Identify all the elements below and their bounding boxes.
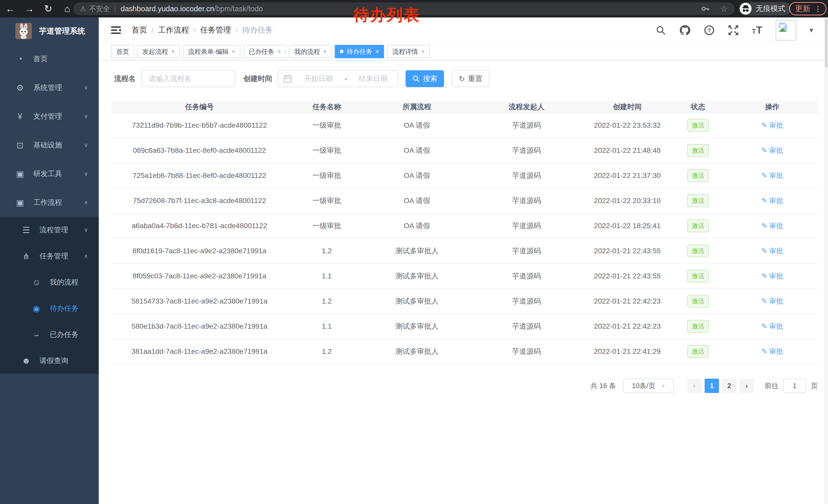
sidebar-item[interactable]: ⌣ 已办任务 [0,321,99,348]
approve-button[interactable]: ✎ 审批 [761,171,783,180]
sidebar-item[interactable]: ¥ 支付管理 ∨ [0,102,99,131]
view-tab[interactable]: 首页 × [111,45,134,58]
status-badge: 激活 [687,270,709,282]
approve-button[interactable]: ✎ 审批 [761,221,783,230]
prev-page-button[interactable]: ‹ [687,379,702,393]
search-button-label: 搜索 [423,74,437,84]
view-tab[interactable]: 我的流程 × [289,45,332,58]
view-tab[interactable]: 流程表单-编辑 × [183,45,240,58]
approve-button[interactable]: ✎ 审批 [761,146,783,155]
sidebar-item-label: 首页 [33,54,48,64]
starter-cell: 芋道源码 [468,321,585,331]
breadcrumb-item[interactable]: 首页 [132,25,147,35]
broken-image-icon [778,22,788,32]
app-logo-row[interactable]: 芋道管理系统 [0,17,99,45]
sidebar-item[interactable]: ▣ 研发工具 ∨ [0,159,99,188]
sidebar-item[interactable]: ⋔ 任务管理 ∧ [0,243,99,269]
font-size-icon[interactable]: TT [752,25,762,36]
view-tab[interactable]: 流程详情 × [387,45,430,58]
forward-icon[interactable]: → [24,3,35,14]
close-icon[interactable]: × [375,48,379,55]
chevron-icon: ∧ [84,253,88,260]
sidebar-item[interactable]: ☰ 流程管理 ∨ [0,217,99,243]
menu-dots-icon[interactable]: ⋮ [815,5,822,13]
sidebar: 芋道管理系统 ◔ 首页 ⚙ 系统管理 ∨ ¥ 支付管理 ∨ ⊡ 基 [0,17,99,504]
back-icon[interactable]: ← [5,3,16,14]
reset-button[interactable]: ↻ 重置 [452,70,489,87]
scrollbar-thumb[interactable] [825,19,827,68]
bookmark-star-icon[interactable]: ☆ [720,4,728,14]
list-icon: ☰ [20,225,32,235]
fullscreen-icon[interactable] [728,25,739,36]
refresh-icon: ↻ [459,75,465,83]
approve-button[interactable]: ✎ 审批 [761,347,783,356]
avatar[interactable] [776,20,796,41]
approve-button[interactable]: ✎ 审批 [761,322,783,331]
view-tab[interactable]: 发起流程 × [137,45,180,58]
home-icon[interactable]: ⌂ [61,3,73,14]
approve-label: 审批 [769,121,783,130]
hamburger-icon[interactable] [111,26,121,35]
view-tab[interactable]: 已办任务 × [243,45,286,58]
approve-label: 审批 [769,246,783,256]
sidebar-item[interactable]: ▣ 工作流程 ∧ [0,188,99,217]
approve-label: 审批 [769,196,783,205]
breadcrumb-item[interactable]: 待办任务 [231,25,273,35]
page-size-select[interactable]: 10条/页 ∨ [623,379,674,393]
sidebar-item[interactable]: ☻ 请假查询 [0,348,99,374]
task-name-cell: 一级审批 [288,146,366,155]
key-icon[interactable] [701,4,710,13]
top-navbar: 首页 工作流程 任务管理 待办任务 ? [99,17,828,43]
scrollbar[interactable] [824,17,828,504]
close-icon[interactable]: × [323,48,327,55]
reload-icon[interactable]: ↻ [43,3,54,14]
approve-button[interactable]: ✎ 审批 [761,246,783,256]
eye-icon: ◉ [31,304,42,314]
sidebar-item[interactable]: ◔ 首页 [0,45,99,73]
caret-down-icon[interactable]: ▾ [810,26,813,34]
approve-button[interactable]: ✎ 审批 [761,121,783,130]
close-icon[interactable]: × [421,48,424,55]
process-name-input[interactable]: 请输入流程名 [141,70,235,87]
close-icon[interactable]: × [171,48,175,55]
page-number-button[interactable]: 1 [705,379,719,393]
help-icon[interactable]: ? [704,25,715,36]
goto-label: 前往 [764,381,779,391]
breadcrumb-item[interactable]: 任务管理 [189,25,231,35]
sidebar-item[interactable]: ◉ 待办任务 [0,295,99,321]
update-button[interactable]: 更新 ⋮ [789,2,826,15]
next-page-button[interactable]: › [740,379,754,393]
close-icon[interactable]: × [277,48,281,55]
process-cell: OA 请假 [366,121,468,130]
approve-button[interactable]: ✎ 审批 [761,272,783,281]
incognito-label: 无痕模式 [756,4,785,14]
chevron-icon: ∨ [84,171,88,177]
github-icon[interactable] [679,25,691,36]
status-badge: 激活 [687,119,709,132]
search-button[interactable]: 搜索 [406,70,444,87]
breadcrumb-item[interactable]: 工作流程 [147,25,189,35]
task-name-cell: 1.2 [288,247,366,255]
column-header: 流程发起人 [468,102,585,112]
tab-label: 我的流程 [294,47,320,56]
sidebar-item[interactable]: ☺ 我的流程 [0,269,99,295]
approve-button[interactable]: ✎ 审批 [761,296,783,306]
create-time-cell: 2022-01-22 21:48:48 [585,146,670,154]
page-number-button[interactable]: 2 [722,379,736,393]
create-time-cell: 2022-01-21 22:43:55 [585,247,670,255]
sidebar-item-label: 我的流程 [50,277,79,287]
approve-button[interactable]: ✎ 审批 [761,196,783,205]
close-icon[interactable]: × [232,48,235,55]
goto-page-input[interactable]: 1 [783,379,806,393]
view-tab[interactable]: 待办任务 × [335,45,384,58]
chevron-icon: ∨ [84,142,88,148]
sidebar-item[interactable]: ⚙ 系统管理 ∨ [0,73,99,102]
date-range-input[interactable]: 开始日期 - 结束日期 [278,70,398,87]
sidebar-item-label: 研发工具 [33,169,62,179]
starter-cell: 芋道源码 [468,171,585,180]
search-icon[interactable] [656,25,666,35]
url-path: /bpm/task/todo [214,5,263,13]
sidebar-item[interactable]: ⊡ 基础设施 ∨ [0,131,99,159]
name-filter-label: 流程名 [114,74,136,84]
starter-cell: 芋道源码 [468,146,585,155]
